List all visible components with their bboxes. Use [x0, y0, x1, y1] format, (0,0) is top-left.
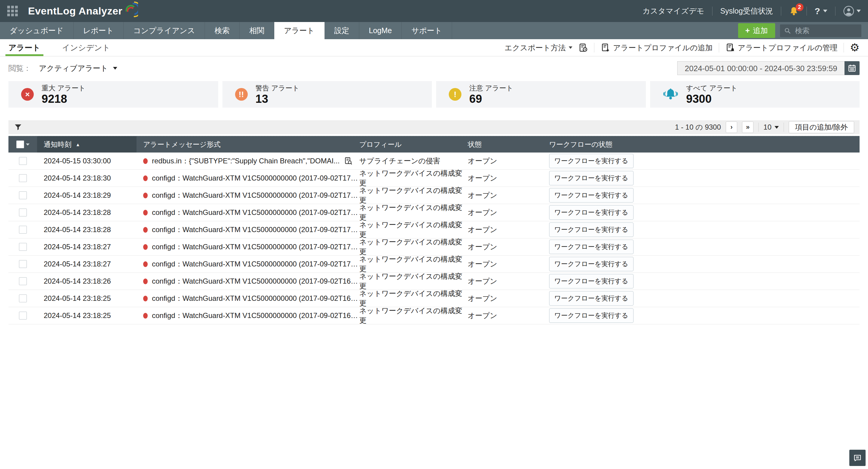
help-menu[interactable]: ?: [815, 6, 827, 16]
card-value: 69: [469, 93, 513, 105]
add-remove-columns-button[interactable]: 項目の追加/除外: [789, 121, 854, 133]
row-checkbox[interactable]: [19, 260, 27, 268]
filter-funnel-icon[interactable]: [14, 123, 22, 131]
row-checkbox[interactable]: [19, 226, 27, 233]
run-workflow-button[interactable]: ワークフローを実行する: [549, 154, 633, 168]
page-size-dropdown[interactable]: 10: [764, 123, 779, 131]
tab-incidents[interactable]: インシデント: [62, 39, 110, 56]
alert-message[interactable]: configd：WatchGuard-XTM V1C5000000000 (20…: [152, 311, 358, 320]
syslog-status-link[interactable]: Syslog受信状況: [720, 6, 773, 16]
view-log-icon[interactable]: [344, 156, 353, 165]
card-all-alerts[interactable]: すべて アラート 9300: [650, 81, 860, 107]
row-profile: ネットワークデバイスの構成変更: [358, 237, 467, 256]
alert-message[interactable]: configd：WatchGuard-XTM V1C5000000000 (20…: [152, 259, 358, 269]
run-workflow-button[interactable]: ワークフローを実行する: [549, 188, 633, 202]
row-profile: ネットワークデバイスの構成変更: [358, 203, 467, 222]
nav-right: + 追加: [738, 22, 868, 39]
severity-dot-icon: [143, 193, 148, 198]
nav-tab-1[interactable]: レポート: [73, 22, 124, 39]
search-icon: [784, 27, 791, 35]
nav-tab-6[interactable]: 設定: [324, 22, 359, 39]
chevron-down-icon: [569, 46, 572, 49]
nav-tab-4[interactable]: 相関: [240, 22, 274, 39]
nav-tab-3[interactable]: 検索: [205, 22, 240, 39]
next-page-button[interactable]: ›: [726, 122, 737, 133]
header-workflow[interactable]: ワークフローの状態: [548, 136, 860, 153]
row-checkbox[interactable]: [19, 174, 27, 182]
run-workflow-button[interactable]: ワークフローを実行する: [549, 205, 633, 220]
run-workflow-button[interactable]: ワークフローを実行する: [549, 308, 633, 323]
view-filter-dropdown[interactable]: アクティブアラート: [39, 63, 117, 73]
row-checkbox[interactable]: [19, 209, 27, 216]
run-workflow-button[interactable]: ワークフローを実行する: [549, 222, 633, 237]
manage-alert-profile-button[interactable]: アラートプロファイルの管理: [725, 43, 838, 53]
nav-tab-2[interactable]: コンプライアンス: [124, 22, 205, 39]
alert-message[interactable]: configd：WatchGuard-XTM V1C5000000000 (20…: [152, 225, 358, 234]
customize-demo-link[interactable]: カスタマイズデモ: [643, 6, 704, 16]
header-status[interactable]: 状態: [467, 136, 548, 153]
avatar-icon: [843, 6, 854, 17]
run-workflow-button[interactable]: ワークフローを実行する: [549, 171, 633, 185]
add-alert-profile-button[interactable]: アラートプロファイルの追加: [600, 43, 713, 53]
row-checkbox[interactable]: [19, 243, 27, 251]
nav-tab-5[interactable]: アラート: [274, 22, 324, 39]
notifications-bell-icon[interactable]: 2: [789, 6, 799, 16]
row-status: オープン: [467, 208, 548, 217]
alert-message[interactable]: configd：WatchGuard-XTM V1C5000000000 (20…: [152, 276, 358, 286]
run-workflow-button[interactable]: ワークフローを実行する: [549, 257, 633, 271]
checkbox-menu-icon[interactable]: [26, 144, 30, 146]
header-profile[interactable]: プロフィール: [358, 136, 467, 153]
run-workflow-button[interactable]: ワークフローを実行する: [549, 291, 633, 306]
nav-tab-0[interactable]: ダッシュボード: [0, 22, 73, 39]
row-checkbox[interactable]: [19, 277, 27, 285]
alert-message[interactable]: redbus.in：{"SUBTYPE":"Supply Chain Breac…: [152, 156, 340, 166]
date-range-picker[interactable]: 2024-05-01 00:00:00 - 2024-05-30 23:59:5…: [677, 61, 860, 75]
severity-dot-icon: [143, 296, 148, 302]
all-alerts-bell-icon: [663, 87, 678, 101]
alert-message[interactable]: configd：WatchGuard-XTM V1C5000000000 (20…: [152, 190, 358, 200]
feedback-chat-button[interactable]: [849, 450, 866, 466]
date-range-value[interactable]: 2024-05-01 00:00:00 - 2024-05-30 23:59:5…: [677, 61, 844, 75]
severity-dot-icon: [143, 158, 148, 164]
alerts-table: 通知時刻 ▲ アラートメッセージ形式 プロフィール 状態 ワークフローの状態 2…: [8, 136, 860, 324]
calendar-icon[interactable]: [844, 61, 860, 75]
pagination: 1 - 10 の 9300 › » 10 項目の追加/除外: [675, 121, 854, 133]
row-checkbox[interactable]: [19, 191, 27, 199]
row-checkbox[interactable]: [19, 157, 27, 165]
search-input[interactable]: [795, 26, 857, 35]
app-launcher-icon[interactable]: [7, 6, 18, 16]
select-all-checkbox[interactable]: [16, 140, 24, 148]
last-page-button[interactable]: »: [742, 122, 753, 133]
alert-message[interactable]: configd：WatchGuard-XTM V1C5000000000 (20…: [152, 173, 358, 183]
row-time: 2024-05-14 23:18:26: [37, 277, 136, 285]
nav-tab-8[interactable]: サポート: [402, 22, 452, 39]
add-profile-icon: [600, 43, 610, 53]
header-time[interactable]: 通知時刻 ▲: [37, 136, 136, 153]
schedule-report-icon[interactable]: [578, 43, 588, 53]
row-profile: ネットワークデバイスの構成変更: [358, 220, 467, 239]
card-critical-alerts[interactable]: × 重大 アラート 9218: [8, 81, 218, 107]
add-button[interactable]: + 追加: [738, 23, 775, 38]
nav-tab-7[interactable]: LogMe: [359, 22, 402, 39]
row-checkbox[interactable]: [19, 312, 27, 319]
card-warning-alerts[interactable]: !! 警告 アラート 13: [222, 81, 432, 107]
header-message[interactable]: アラートメッセージ形式: [136, 136, 358, 153]
tab-alerts[interactable]: アラート: [8, 39, 40, 56]
severity-dot-icon: [143, 176, 148, 181]
table-row: 2024-05-14 23:18:30 configd：WatchGuard-X…: [8, 170, 860, 187]
card-attention-alerts[interactable]: ! 注意 アラート 69: [436, 81, 646, 107]
user-menu[interactable]: [843, 6, 861, 17]
row-profile: ネットワークデバイスの構成変更: [358, 289, 467, 308]
pagination-text: 1 - 10 の 9300: [675, 122, 721, 132]
alert-message[interactable]: configd：WatchGuard-XTM V1C5000000000 (20…: [152, 293, 358, 303]
alert-message[interactable]: configd：WatchGuard-XTM V1C5000000000 (20…: [152, 242, 358, 252]
settings-gear-icon[interactable]: ⚙: [850, 42, 860, 53]
global-search[interactable]: [780, 24, 861, 37]
run-workflow-button[interactable]: ワークフローを実行する: [549, 274, 633, 288]
row-checkbox[interactable]: [19, 294, 27, 302]
run-workflow-button[interactable]: ワークフローを実行する: [549, 240, 633, 254]
brand[interactable]: EventLog Analyzer: [28, 3, 138, 19]
export-method-dropdown[interactable]: エクスポート方法: [504, 43, 572, 53]
table-row: 2024-05-14 23:18:28 configd：WatchGuard-X…: [8, 221, 860, 239]
alert-message[interactable]: configd：WatchGuard-XTM V1C5000000000 (20…: [152, 208, 358, 217]
